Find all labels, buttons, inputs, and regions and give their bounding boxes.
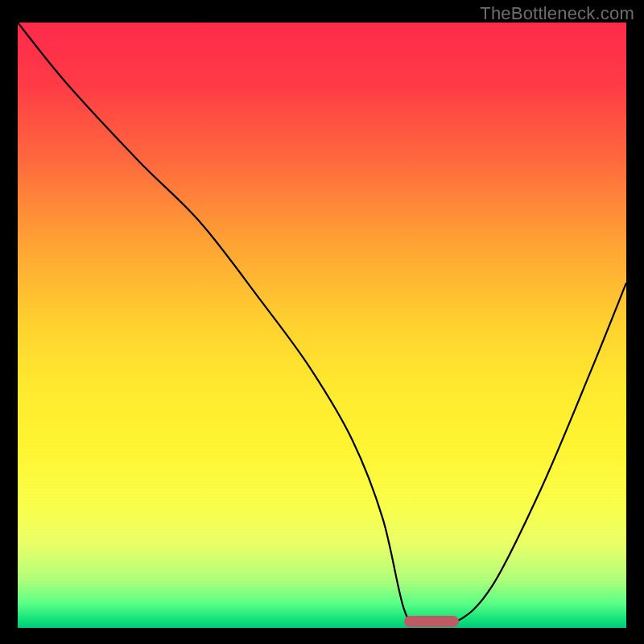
chart-frame: TheBottleneck.com [0,0,644,644]
plot-area [18,23,626,628]
optimal-range-marker [404,616,459,627]
bottleneck-curve [18,23,626,625]
watermark-text: TheBottleneck.com [480,3,634,24]
curve-layer [18,23,626,628]
